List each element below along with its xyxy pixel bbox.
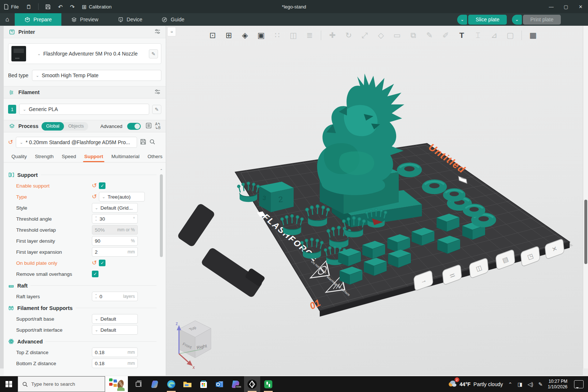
filament-settings-icon[interactable] [154,89,161,96]
start-button[interactable] [0,376,18,392]
reset-icon[interactable]: ↺ [92,260,97,266]
model-dice[interactable]: 2 3 [259,182,294,212]
slice-plate-button[interactable]: Slice plate [468,15,507,25]
process-tab-others[interactable]: Others [143,154,166,162]
undo-button[interactable]: ↶ [54,0,67,13]
taskbar-app-store[interactable] [196,376,212,392]
reset-icon[interactable]: ↺ [92,194,97,200]
bed-type-select[interactable]: ⌄ Smooth High Temp Plate [32,70,161,81]
compare-presets-icon[interactable]: A↰↳B [155,122,161,130]
print-dropdown-button[interactable]: ⌄ [512,15,522,25]
printer-select[interactable]: ⌄ Flashforge Adventurer 5M Pro 0.4 Nozzl… [29,51,146,57]
tray-expand-icon[interactable]: ⌃ [508,381,512,387]
process-tab-multimaterial[interactable]: Multimaterial [107,154,144,162]
process-tab-quality[interactable]: Quality [7,154,31,162]
checkbox-checked[interactable]: ✓ [99,182,105,189]
project-notes-button[interactable]: 🗒 [22,0,35,13]
checkbox-checked[interactable]: ✓ [99,260,105,266]
spinner-field[interactable]: ⌃⌄30° [92,214,138,224]
taskbar-app-explorer[interactable] [179,376,196,392]
process-tab-support[interactable]: Support [80,154,107,162]
assembly-icon[interactable]: ▦ [526,29,540,42]
volume-icon[interactable]: ◁) [527,381,533,387]
input-field[interactable]: 2mm [92,247,138,257]
split-parts-icon[interactable]: ◫ [287,29,300,42]
collapse-panel-button[interactable]: ‹› [167,27,176,36]
clock[interactable]: 10:27 PM 1/10/2026 [548,379,567,390]
close-button[interactable]: ✕ [573,0,588,13]
move-icon[interactable]: ✚ [326,29,339,42]
widgets-button[interactable] [105,376,128,392]
print-plate-button[interactable]: Print plate [523,15,561,25]
mesh-boolean-icon[interactable]: ⧉ [406,29,420,42]
spinner-arrows-icon[interactable]: ⌃⌄ [95,295,97,298]
reset-preset-icon[interactable]: ↺ [8,139,13,145]
advanced-toggle[interactable] [127,123,141,130]
filament-slot-badge[interactable]: 1 [8,105,16,114]
rotate-icon[interactable]: ↻ [342,29,355,42]
taskbar-app-outlook[interactable] [212,376,228,392]
seam-paint-icon[interactable]: ✐ [439,29,452,42]
reset-icon[interactable]: ↺ [92,183,97,189]
spinner-field[interactable]: ⌃⌄0layers [92,292,138,301]
measure-icon[interactable]: ⌶ [471,29,485,42]
printer-settings-icon[interactable] [154,28,161,36]
add-plate-icon[interactable]: ⊞ [222,29,236,42]
spinner-arrows-icon[interactable]: ⌃⌄ [95,217,97,221]
taskbar-app-copilot[interactable] [147,376,163,392]
redo-button[interactable]: ↷ [67,0,79,13]
home-button[interactable]: ⌂ [0,13,15,26]
file-menu[interactable]: File [0,0,22,13]
split-objects-icon[interactable]: ∷ [270,29,284,42]
taskbar-app-greenapp[interactable] [260,376,276,392]
select-field[interactable]: ⌄Default [92,314,138,324]
background-window-scrollbar[interactable] [583,13,588,368]
slice-dropdown-button[interactable]: ⌄ [457,15,467,25]
support-paint-icon[interactable]: ✎ [423,29,436,42]
taskbar-app-slicer[interactable] [244,376,260,392]
input-field[interactable]: 0.18mm [92,359,138,368]
scrollbar-thumb[interactable] [160,174,163,257]
nav-cube[interactable]: Top Front Right z x [176,321,211,370]
pen-icon[interactable]: ✎ [538,381,543,387]
input-field[interactable]: 50%mm or % [92,225,138,235]
edit-filament-button[interactable]: ✎ [152,105,161,114]
select-field[interactable]: ⌄Tree(auto) [99,192,145,202]
viewport-3d[interactable]: FLASHFORGE Do not touch Warning hot surf… [166,26,583,375]
settings-scroll-area[interactable]: SupportEnable support↺✓Type↺⌄Tree(auto)S… [4,167,166,375]
taskbar-search[interactable]: Type here to search [18,376,105,392]
tab-prepare[interactable]: Prepare [15,13,61,26]
global-pill[interactable]: Global [42,122,64,131]
cut-icon[interactable]: ▭ [390,29,404,42]
tab-guide[interactable]: Guide [152,13,194,26]
minimize-button[interactable]: — [544,0,559,13]
maximize-button[interactable]: ▢ [559,0,573,13]
background-scrollbar-thumb[interactable] [584,200,587,264]
notification-center-icon[interactable] [574,380,584,388]
input-field[interactable]: 0.18mm [92,348,138,357]
taskbar-app-taskview[interactable] [131,376,147,392]
auto-orient-icon[interactable]: ◈ [238,29,252,42]
save-button[interactable] [42,0,54,13]
build-plate-scene[interactable]: FLASHFORGE Do not touch Warning hot surf… [166,26,583,375]
taskbar-app-m365[interactable]: M365 [228,376,244,392]
weather-widget[interactable]: 2 44°F Partly cloudy [447,379,503,389]
taskbar-app-edge[interactable] [163,376,179,392]
text-tool-icon[interactable]: T [455,29,469,42]
add-model-icon[interactable]: ⊡ [206,29,219,42]
input-field[interactable]: 90% [92,236,138,246]
checkbox-checked[interactable]: ✓ [92,271,98,277]
process-tab-speed[interactable]: Speed [58,154,80,162]
select-field[interactable]: ⌄Default [92,325,138,335]
fuzzy-skin-icon[interactable]: ▢ [503,29,517,42]
tab-device[interactable]: Device [108,13,152,26]
calibration-button[interactable]: ⊞ Calibration [78,0,115,13]
lay-flat-icon[interactable]: ◇ [374,29,388,42]
touch-keyboard-icon[interactable]: ◨ [517,381,522,387]
tab-preview[interactable]: Preview [61,13,108,26]
lay-on-face-icon[interactable]: ⊿ [487,29,501,42]
preset-list-icon[interactable] [146,122,152,130]
scroll-up-icon[interactable]: ⌃ [159,168,164,172]
edit-printer-button[interactable]: ✎ [149,49,158,58]
filament-select[interactable]: ⌄ Generic PLA [19,104,149,115]
